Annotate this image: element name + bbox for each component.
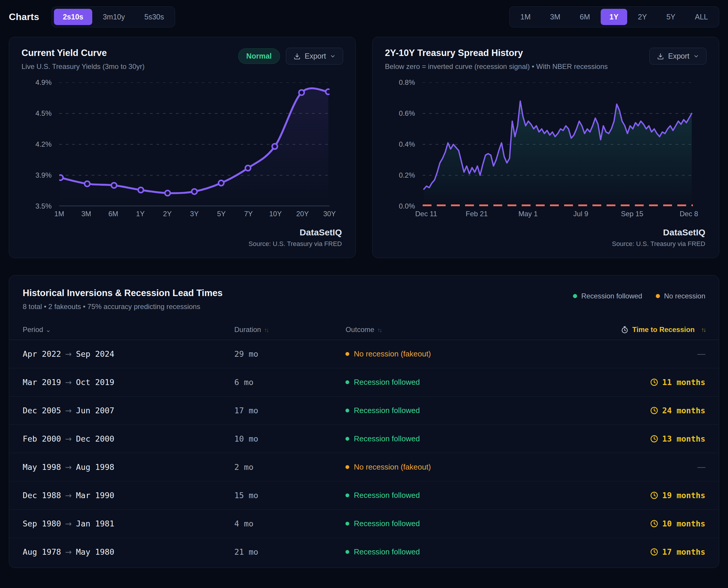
y-axis-tick: 0.2%	[399, 171, 415, 180]
outcome-dot-icon	[345, 380, 349, 384]
arrow-right-icon: →	[65, 378, 72, 387]
period-cell: Dec 1988→Mar 1990	[23, 491, 234, 500]
status-badge: Normal	[238, 48, 280, 64]
outcome-cell: Recession followed	[345, 378, 579, 387]
arrow-right-icon: →	[65, 434, 72, 443]
outcome-cell: Recession followed	[345, 491, 579, 500]
page-title: Charts	[9, 12, 39, 22]
watermark-brand: DataSetIQ	[300, 227, 342, 237]
time-value: 10 months	[662, 519, 705, 528]
outcome-label: Recession followed	[354, 491, 420, 500]
arrow-right-icon: →	[65, 462, 72, 471]
period-from: Aug 1978	[23, 547, 61, 556]
column-header-time-to-recession[interactable]: Time to Recession↑↓	[579, 326, 705, 334]
y-axis-tick: 0.6%	[399, 109, 415, 118]
export-label: Export	[305, 52, 326, 60]
range-6M[interactable]: 6M	[571, 9, 599, 25]
yield-plot-area	[59, 83, 329, 206]
outcome-label: No recession (fakeout)	[354, 462, 431, 471]
duration-cell: 10 mo	[234, 434, 346, 443]
x-axis-tick: Jul 9	[573, 210, 588, 218]
period-from: Apr 2022	[23, 350, 61, 358]
time-to-recession-cell: —	[579, 350, 705, 358]
outcome-label: Recession followed	[354, 519, 420, 528]
x-axis-tick: 10Y	[269, 210, 282, 218]
spread-y-axis: 0.8%0.6%0.4%0.2%0.0%	[385, 83, 420, 206]
x-axis-tick: Dec 11	[415, 210, 437, 218]
x-axis-tick: 1M	[54, 210, 64, 218]
outcome-cell: Recession followed	[345, 519, 579, 528]
column-header-period[interactable]: Period⌄	[23, 326, 234, 334]
x-axis-tick: 2Y	[163, 210, 171, 218]
outcome-dot-icon	[345, 465, 349, 469]
column-label: Duration	[234, 326, 261, 334]
duration-cell: 4 mo	[234, 519, 346, 528]
export-button[interactable]: Export	[286, 48, 343, 64]
range-5Y[interactable]: 5Y	[658, 9, 684, 25]
range-3M[interactable]: 3M	[541, 9, 569, 25]
time-value: 11 months	[662, 378, 705, 387]
spread-type-tabs: 2s10s3m10y5s30s	[52, 6, 175, 27]
outcome-label: Recession followed	[354, 547, 420, 556]
duration-cell: 6 mo	[234, 378, 346, 387]
period-cell: Sep 1980→Jan 1981	[23, 519, 234, 528]
table-title: Historical Inversions & Recession Lead T…	[23, 288, 223, 298]
tab-5s30s[interactable]: 5s30s	[136, 9, 173, 25]
download-icon	[657, 52, 664, 60]
yield-card-header: Current Yield Curve Live U.S. Treasury Y…	[9, 37, 356, 71]
spread-card-header: 2Y-10Y Treasury Spread History Below zer…	[372, 37, 719, 71]
yield-curve-card: Current Yield Curve Live U.S. Treasury Y…	[9, 37, 356, 258]
range-2Y[interactable]: 2Y	[629, 9, 656, 25]
table-row: Feb 2000→Dec 200010 moRecession followed…	[9, 425, 719, 453]
period-from: Dec 1988	[23, 491, 61, 500]
outcome-cell: Recession followed	[345, 406, 579, 415]
outcome-dot-icon	[345, 522, 349, 526]
column-header-duration[interactable]: Duration↑↓	[234, 326, 346, 334]
chart-cards-row: Current Yield Curve Live U.S. Treasury Y…	[9, 37, 719, 258]
yield-y-axis: 4.9%4.5%4.2%3.9%3.5%	[21, 83, 56, 206]
range-1Y[interactable]: 1Y	[601, 9, 627, 25]
period-from: Dec 2005	[23, 406, 61, 415]
duration-cell: 15 mo	[234, 491, 346, 500]
chevron-down-icon: ⌄	[45, 326, 51, 334]
outcome-label: Recession followed	[354, 434, 420, 443]
y-axis-tick: 0.4%	[399, 140, 415, 148]
x-axis-tick: 30Y	[323, 210, 336, 218]
range-ALL[interactable]: ALL	[686, 9, 717, 25]
outcome-dot-icon	[345, 550, 349, 554]
time-to-recession-cell: 13 months	[579, 434, 705, 443]
duration-cell: 29 mo	[234, 350, 346, 358]
arrow-right-icon: →	[65, 350, 72, 358]
tab-2s10s[interactable]: 2s10s	[54, 9, 92, 25]
y-axis-tick: 4.5%	[35, 109, 52, 118]
y-axis-tick: 4.2%	[35, 140, 52, 148]
column-header-outcome[interactable]: Outcome↑↓	[345, 326, 579, 334]
legend-label: Recession followed	[581, 292, 642, 300]
tab-3m10y[interactable]: 3m10y	[94, 9, 134, 25]
x-axis-tick: 5Y	[217, 210, 226, 218]
period-from: Sep 1980	[23, 519, 61, 528]
x-axis-tick: 3Y	[190, 210, 199, 218]
time-to-recession-cell: 24 months	[579, 406, 705, 415]
time-range-tabs: 1M3M6M1Y2Y5YALL	[509, 6, 719, 27]
spread-x-axis: Dec 11Feb 21May 1Jul 9Sep 15Dec 8	[423, 210, 693, 222]
clock-icon	[650, 519, 659, 528]
y-axis-tick: 3.5%	[35, 202, 52, 210]
period-to: Dec 2000	[76, 434, 114, 443]
table-row: Dec 1988→Mar 199015 moRecession followed…	[9, 481, 719, 510]
range-1M[interactable]: 1M	[512, 9, 540, 25]
legend-item: Recession followed	[573, 292, 642, 300]
clock-icon	[650, 378, 659, 386]
sort-icon: ↑↓	[377, 327, 381, 333]
column-label: Time to Recession	[632, 326, 695, 334]
outcome-dot-icon	[345, 352, 349, 356]
arrow-right-icon: →	[65, 519, 72, 528]
export-button[interactable]: Export	[649, 48, 707, 64]
spread-plot-area	[423, 83, 693, 206]
yield-card-title: Current Yield Curve	[21, 48, 145, 58]
y-axis-tick: 0.0%	[399, 202, 415, 210]
export-label: Export	[668, 52, 689, 60]
yc-chart-svg	[59, 83, 329, 206]
outcome-cell: No recession (fakeout)	[345, 350, 579, 358]
period-from: Mar 2019	[23, 378, 61, 387]
